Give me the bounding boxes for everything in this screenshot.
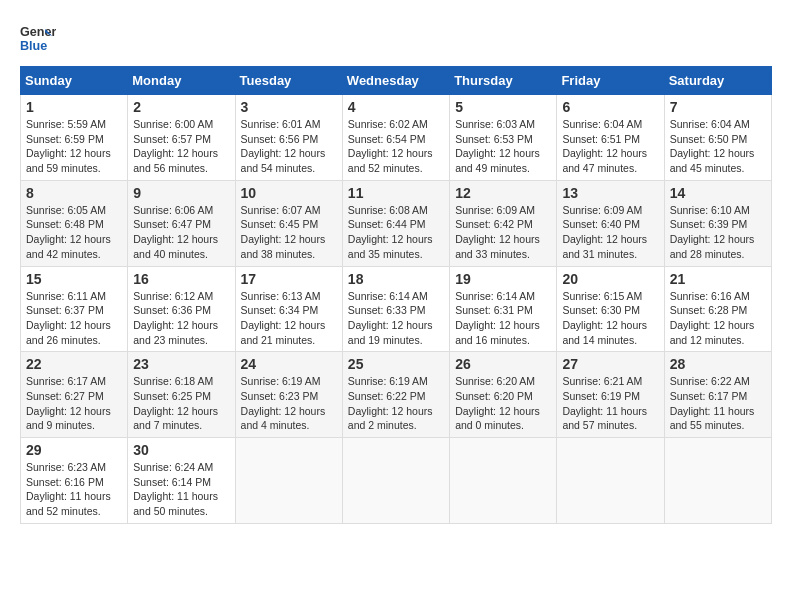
day-number: 7 — [670, 99, 766, 115]
day-info: Sunrise: 6:07 AMSunset: 6:45 PMDaylight:… — [241, 203, 337, 262]
day-info: Sunrise: 6:04 AMSunset: 6:51 PMDaylight:… — [562, 117, 658, 176]
day-info: Sunrise: 5:59 AMSunset: 6:59 PMDaylight:… — [26, 117, 122, 176]
day-number: 20 — [562, 271, 658, 287]
calendar-cell: 15 Sunrise: 6:11 AMSunset: 6:37 PMDaylig… — [21, 266, 128, 352]
svg-text:General: General — [20, 25, 56, 39]
calendar-cell: 3 Sunrise: 6:01 AMSunset: 6:56 PMDayligh… — [235, 95, 342, 181]
day-number: 19 — [455, 271, 551, 287]
day-info: Sunrise: 6:10 AMSunset: 6:39 PMDaylight:… — [670, 203, 766, 262]
calendar-cell: 11 Sunrise: 6:08 AMSunset: 6:44 PMDaylig… — [342, 180, 449, 266]
day-number: 16 — [133, 271, 229, 287]
calendar-cell: 22 Sunrise: 6:17 AMSunset: 6:27 PMDaylig… — [21, 352, 128, 438]
day-number: 13 — [562, 185, 658, 201]
day-number: 2 — [133, 99, 229, 115]
day-number: 30 — [133, 442, 229, 458]
day-info: Sunrise: 6:19 AMSunset: 6:23 PMDaylight:… — [241, 374, 337, 433]
calendar-cell: 2 Sunrise: 6:00 AMSunset: 6:57 PMDayligh… — [128, 95, 235, 181]
calendar-cell: 21 Sunrise: 6:16 AMSunset: 6:28 PMDaylig… — [664, 266, 771, 352]
col-header-saturday: Saturday — [664, 67, 771, 95]
day-info: Sunrise: 6:09 AMSunset: 6:42 PMDaylight:… — [455, 203, 551, 262]
logo: General Blue — [20, 20, 56, 56]
day-number: 27 — [562, 356, 658, 372]
page-header: General Blue — [20, 20, 772, 56]
day-info: Sunrise: 6:01 AMSunset: 6:56 PMDaylight:… — [241, 117, 337, 176]
day-number: 4 — [348, 99, 444, 115]
calendar-cell: 8 Sunrise: 6:05 AMSunset: 6:48 PMDayligh… — [21, 180, 128, 266]
day-number: 15 — [26, 271, 122, 287]
calendar-cell: 20 Sunrise: 6:15 AMSunset: 6:30 PMDaylig… — [557, 266, 664, 352]
day-number: 12 — [455, 185, 551, 201]
calendar-cell: 13 Sunrise: 6:09 AMSunset: 6:40 PMDaylig… — [557, 180, 664, 266]
day-info: Sunrise: 6:11 AMSunset: 6:37 PMDaylight:… — [26, 289, 122, 348]
calendar-cell: 1 Sunrise: 5:59 AMSunset: 6:59 PMDayligh… — [21, 95, 128, 181]
col-header-thursday: Thursday — [450, 67, 557, 95]
day-info: Sunrise: 6:24 AMSunset: 6:14 PMDaylight:… — [133, 460, 229, 519]
calendar-cell — [235, 438, 342, 524]
calendar-cell: 24 Sunrise: 6:19 AMSunset: 6:23 PMDaylig… — [235, 352, 342, 438]
calendar-cell: 7 Sunrise: 6:04 AMSunset: 6:50 PMDayligh… — [664, 95, 771, 181]
calendar-cell: 26 Sunrise: 6:20 AMSunset: 6:20 PMDaylig… — [450, 352, 557, 438]
logo-icon: General Blue — [20, 20, 56, 56]
calendar-cell: 14 Sunrise: 6:10 AMSunset: 6:39 PMDaylig… — [664, 180, 771, 266]
day-info: Sunrise: 6:13 AMSunset: 6:34 PMDaylight:… — [241, 289, 337, 348]
calendar-cell: 29 Sunrise: 6:23 AMSunset: 6:16 PMDaylig… — [21, 438, 128, 524]
calendar-cell — [450, 438, 557, 524]
calendar-cell: 23 Sunrise: 6:18 AMSunset: 6:25 PMDaylig… — [128, 352, 235, 438]
day-info: Sunrise: 6:14 AMSunset: 6:31 PMDaylight:… — [455, 289, 551, 348]
day-number: 10 — [241, 185, 337, 201]
day-info: Sunrise: 6:06 AMSunset: 6:47 PMDaylight:… — [133, 203, 229, 262]
day-number: 17 — [241, 271, 337, 287]
day-number: 14 — [670, 185, 766, 201]
calendar-cell: 6 Sunrise: 6:04 AMSunset: 6:51 PMDayligh… — [557, 95, 664, 181]
calendar-cell: 10 Sunrise: 6:07 AMSunset: 6:45 PMDaylig… — [235, 180, 342, 266]
calendar-cell: 16 Sunrise: 6:12 AMSunset: 6:36 PMDaylig… — [128, 266, 235, 352]
day-info: Sunrise: 6:18 AMSunset: 6:25 PMDaylight:… — [133, 374, 229, 433]
calendar-table: SundayMondayTuesdayWednesdayThursdayFrid… — [20, 66, 772, 524]
calendar-cell: 4 Sunrise: 6:02 AMSunset: 6:54 PMDayligh… — [342, 95, 449, 181]
day-number: 11 — [348, 185, 444, 201]
day-info: Sunrise: 6:12 AMSunset: 6:36 PMDaylight:… — [133, 289, 229, 348]
day-info: Sunrise: 6:19 AMSunset: 6:22 PMDaylight:… — [348, 374, 444, 433]
day-number: 29 — [26, 442, 122, 458]
col-header-monday: Monday — [128, 67, 235, 95]
day-info: Sunrise: 6:03 AMSunset: 6:53 PMDaylight:… — [455, 117, 551, 176]
calendar-cell: 28 Sunrise: 6:22 AMSunset: 6:17 PMDaylig… — [664, 352, 771, 438]
calendar-cell — [664, 438, 771, 524]
day-info: Sunrise: 6:04 AMSunset: 6:50 PMDaylight:… — [670, 117, 766, 176]
calendar-cell: 25 Sunrise: 6:19 AMSunset: 6:22 PMDaylig… — [342, 352, 449, 438]
day-info: Sunrise: 6:20 AMSunset: 6:20 PMDaylight:… — [455, 374, 551, 433]
day-number: 5 — [455, 99, 551, 115]
calendar-cell: 18 Sunrise: 6:14 AMSunset: 6:33 PMDaylig… — [342, 266, 449, 352]
calendar-cell: 12 Sunrise: 6:09 AMSunset: 6:42 PMDaylig… — [450, 180, 557, 266]
day-info: Sunrise: 6:08 AMSunset: 6:44 PMDaylight:… — [348, 203, 444, 262]
day-number: 26 — [455, 356, 551, 372]
calendar-cell: 17 Sunrise: 6:13 AMSunset: 6:34 PMDaylig… — [235, 266, 342, 352]
day-number: 24 — [241, 356, 337, 372]
calendar-cell — [342, 438, 449, 524]
calendar-cell: 9 Sunrise: 6:06 AMSunset: 6:47 PMDayligh… — [128, 180, 235, 266]
day-info: Sunrise: 6:17 AMSunset: 6:27 PMDaylight:… — [26, 374, 122, 433]
day-info: Sunrise: 6:22 AMSunset: 6:17 PMDaylight:… — [670, 374, 766, 433]
calendar-cell: 5 Sunrise: 6:03 AMSunset: 6:53 PMDayligh… — [450, 95, 557, 181]
day-number: 22 — [26, 356, 122, 372]
day-info: Sunrise: 6:02 AMSunset: 6:54 PMDaylight:… — [348, 117, 444, 176]
day-info: Sunrise: 6:00 AMSunset: 6:57 PMDaylight:… — [133, 117, 229, 176]
col-header-sunday: Sunday — [21, 67, 128, 95]
day-number: 9 — [133, 185, 229, 201]
day-number: 28 — [670, 356, 766, 372]
col-header-friday: Friday — [557, 67, 664, 95]
svg-text:Blue: Blue — [20, 39, 47, 53]
day-info: Sunrise: 6:14 AMSunset: 6:33 PMDaylight:… — [348, 289, 444, 348]
col-header-wednesday: Wednesday — [342, 67, 449, 95]
day-info: Sunrise: 6:15 AMSunset: 6:30 PMDaylight:… — [562, 289, 658, 348]
day-number: 1 — [26, 99, 122, 115]
day-info: Sunrise: 6:23 AMSunset: 6:16 PMDaylight:… — [26, 460, 122, 519]
day-number: 21 — [670, 271, 766, 287]
day-info: Sunrise: 6:21 AMSunset: 6:19 PMDaylight:… — [562, 374, 658, 433]
day-number: 25 — [348, 356, 444, 372]
col-header-tuesday: Tuesday — [235, 67, 342, 95]
day-number: 18 — [348, 271, 444, 287]
day-info: Sunrise: 6:16 AMSunset: 6:28 PMDaylight:… — [670, 289, 766, 348]
calendar-cell: 27 Sunrise: 6:21 AMSunset: 6:19 PMDaylig… — [557, 352, 664, 438]
day-number: 23 — [133, 356, 229, 372]
